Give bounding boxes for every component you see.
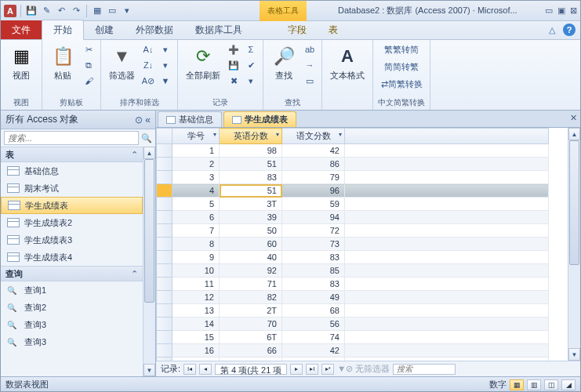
- clear-sort-icon[interactable]: A⊘: [141, 74, 155, 88]
- table-row[interactable]: 13 2T 68: [157, 304, 549, 318]
- save-record-icon[interactable]: 💾: [227, 58, 241, 72]
- select-all-corner[interactable]: [157, 129, 172, 144]
- chart-view-button[interactable]: ◫: [544, 379, 558, 390]
- cell[interactable]: [345, 331, 549, 344]
- paste-button[interactable]: 📋 粘贴: [47, 42, 78, 82]
- replace-icon[interactable]: ab: [303, 42, 317, 56]
- cell[interactable]: 1: [172, 144, 220, 158]
- grid-scrollbar[interactable]: ▲ ▼: [568, 128, 580, 361]
- row-selector[interactable]: [157, 318, 172, 331]
- cell[interactable]: 2: [172, 158, 220, 171]
- dropdown-icon[interactable]: ▾: [213, 131, 216, 138]
- toggle-filter-icon[interactable]: ▼: [158, 74, 172, 88]
- new-record-icon[interactable]: ➕: [227, 42, 241, 56]
- cell[interactable]: 83: [220, 171, 282, 184]
- table-row[interactable]: 11 71 83: [157, 278, 549, 291]
- nav-item[interactable]: 查询3: [1, 316, 143, 333]
- tab-file[interactable]: 文件: [1, 20, 42, 39]
- nav-search-input[interactable]: [4, 131, 139, 145]
- pivot-view-button[interactable]: ▥: [527, 379, 541, 390]
- cell[interactable]: 8: [172, 238, 220, 251]
- next-record-icon[interactable]: ▸: [290, 364, 303, 375]
- cell[interactable]: 71: [220, 278, 282, 291]
- table-row[interactable]: 15 6T 74: [157, 331, 549, 344]
- table-row[interactable]: 7 50 72: [157, 224, 549, 238]
- text-format-button[interactable]: A 文本格式: [327, 42, 368, 82]
- help-icon[interactable]: ?: [563, 24, 576, 36]
- qat-more-icon[interactable]: ▾: [121, 5, 133, 17]
- row-selector[interactable]: [157, 251, 172, 264]
- cell[interactable]: 92: [220, 264, 282, 278]
- cell[interactable]: [345, 211, 549, 224]
- table-row[interactable]: 4 51 96: [157, 184, 549, 198]
- cell[interactable]: 2T: [220, 304, 282, 318]
- scroll-down-icon[interactable]: ▼: [568, 348, 580, 361]
- table-row[interactable]: 3 83 79: [157, 171, 549, 184]
- table-row[interactable]: 2 51 86: [157, 158, 549, 171]
- cell[interactable]: [345, 264, 549, 278]
- table-row[interactable]: 16 66 42: [157, 344, 549, 358]
- trad-to-simp-button[interactable]: 繁 繁转简: [381, 42, 423, 56]
- row-selector[interactable]: [157, 304, 172, 318]
- new-record-icon[interactable]: ▸*: [321, 364, 334, 375]
- totals-icon[interactable]: Σ: [244, 42, 258, 56]
- goto-icon[interactable]: →: [303, 58, 317, 72]
- nav-pane-header[interactable]: 所有 Access 对象 ⊙ «: [1, 111, 155, 129]
- dropdown-icon[interactable]: ▾: [276, 131, 279, 138]
- prev-record-icon[interactable]: ◂: [199, 364, 212, 375]
- nav-item[interactable]: 查询3: [1, 333, 143, 350]
- data-grid[interactable]: 学号▾ 英语分数▾ 语文分数▾ 1 98 42 2 51 86 3 83 79 …: [156, 128, 549, 361]
- datasheet-view-button[interactable]: ▦: [510, 379, 524, 390]
- cell[interactable]: [345, 344, 549, 358]
- tab-create[interactable]: 创建: [84, 20, 125, 39]
- cell[interactable]: 73: [282, 238, 345, 251]
- nav-item[interactable]: 基础信息: [1, 162, 143, 180]
- cell[interactable]: 14: [172, 318, 220, 331]
- view-button[interactable]: ▦ 视图: [5, 42, 37, 82]
- advanced-icon[interactable]: ▾: [158, 58, 172, 72]
- cell[interactable]: 3T: [220, 198, 282, 211]
- cell[interactable]: 40: [220, 251, 282, 264]
- app-icon[interactable]: A: [4, 5, 16, 17]
- cell[interactable]: 15: [172, 331, 220, 344]
- tab-fields[interactable]: 字段: [277, 20, 318, 39]
- redo-icon[interactable]: ↷: [70, 5, 82, 17]
- nav-item[interactable]: 查询1: [1, 281, 143, 299]
- tab-db-tools[interactable]: 数据库工具: [184, 20, 253, 39]
- cell[interactable]: 79: [282, 171, 345, 184]
- cell[interactable]: [345, 251, 549, 264]
- cell[interactable]: [345, 291, 549, 304]
- table-row[interactable]: 5 3T 59: [157, 198, 549, 211]
- nav-item[interactable]: 期末考试: [1, 180, 143, 197]
- cell[interactable]: [345, 224, 549, 238]
- refresh-all-button[interactable]: ⟳ 全部刷新: [183, 42, 223, 82]
- cell[interactable]: 13: [172, 304, 220, 318]
- select-icon[interactable]: ▭: [303, 74, 317, 88]
- cell[interactable]: 60: [220, 238, 282, 251]
- dropdown-icon[interactable]: ▾: [339, 131, 342, 138]
- tab-table[interactable]: 表: [318, 20, 349, 39]
- row-selector[interactable]: [157, 224, 172, 238]
- row-selector[interactable]: [157, 211, 172, 224]
- sort-desc-icon[interactable]: Z↓: [141, 58, 155, 72]
- row-selector[interactable]: [157, 278, 172, 291]
- cell[interactable]: [345, 198, 549, 211]
- tab-external-data[interactable]: 外部数据: [125, 20, 184, 39]
- cell[interactable]: 42: [282, 344, 345, 358]
- conversion-button[interactable]: ⇄ 简繁转换: [381, 77, 423, 91]
- cell[interactable]: 59: [282, 198, 345, 211]
- search-icon[interactable]: 🔍: [141, 133, 152, 143]
- cell[interactable]: [345, 304, 549, 318]
- column-header[interactable]: 语文分数▾: [282, 129, 345, 144]
- table-row[interactable]: 6 39 94: [157, 211, 549, 224]
- close-icon[interactable]: ⊠: [570, 5, 577, 16]
- first-record-icon[interactable]: I◂: [183, 364, 196, 375]
- copy-icon[interactable]: ⧉: [82, 58, 96, 72]
- row-selector[interactable]: [157, 291, 172, 304]
- simp-to-trad-button[interactable]: 简 简转繁: [381, 60, 423, 74]
- close-tab-icon[interactable]: ✕: [570, 113, 577, 123]
- nav-item[interactable]: 学生成绩表4: [1, 249, 143, 266]
- cell[interactable]: 42: [282, 144, 345, 158]
- cell[interactable]: 85: [282, 264, 345, 278]
- filter-button[interactable]: ▼ 筛选器: [106, 42, 138, 82]
